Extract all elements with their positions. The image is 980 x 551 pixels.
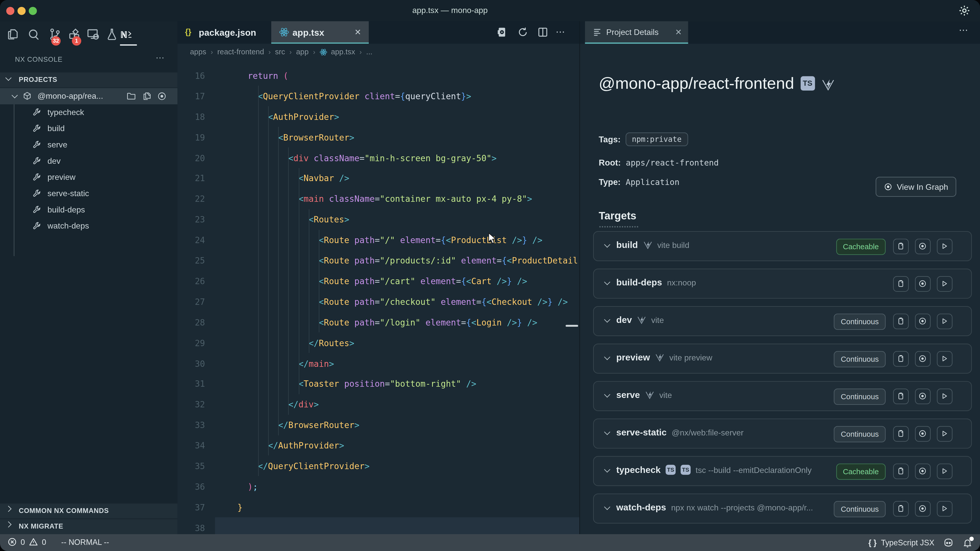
- panel-more-icon[interactable]: ⋯: [959, 24, 969, 36]
- nx-console-icon[interactable]: [120, 27, 134, 41]
- tree-item-build[interactable]: build: [0, 121, 178, 137]
- run-target-button[interactable]: [937, 501, 953, 516]
- target-name[interactable]: preview: [616, 352, 650, 362]
- refresh-icon[interactable]: [517, 26, 529, 41]
- copilot-icon[interactable]: [943, 537, 954, 548]
- copy-task-button[interactable]: [893, 464, 909, 479]
- focus-target-button[interactable]: [915, 501, 931, 516]
- copy-task-button[interactable]: [893, 426, 909, 441]
- editor-more-actions-icon[interactable]: ⋯: [555, 26, 566, 38]
- focus-target-button[interactable]: [915, 239, 931, 254]
- target-icon[interactable]: [157, 91, 167, 101]
- extensions-icon[interactable]: 1: [67, 27, 81, 41]
- chevron-down-icon[interactable]: [604, 241, 610, 248]
- scrollbar-marker[interactable]: [566, 325, 578, 327]
- test-beaker-icon[interactable]: [105, 27, 119, 41]
- code-line-32: 32 </div>: [178, 394, 579, 415]
- copy-task-button[interactable]: [893, 239, 909, 254]
- sidebar-more-icon[interactable]: ⋯: [156, 52, 165, 62]
- focus-target-button[interactable]: [915, 389, 931, 404]
- typescript-icon: TS: [666, 465, 676, 475]
- errors-count[interactable]: 0: [21, 537, 25, 546]
- focus-target-button[interactable]: [915, 351, 931, 367]
- target-name[interactable]: build-deps: [616, 277, 662, 287]
- focus-target-button[interactable]: [915, 464, 931, 479]
- breadcrumb[interactable]: apps›react-frontend›src›app› app.tsx›...: [178, 44, 579, 60]
- focus-target-button[interactable]: [915, 426, 931, 441]
- code-editor[interactable]: 15export function App() {16 return (17 <…: [178, 60, 579, 534]
- chevron-down-icon[interactable]: [604, 504, 610, 510]
- target-name[interactable]: dev: [616, 315, 632, 325]
- nx-migrate-section[interactable]: NX MIGRATE: [0, 519, 178, 534]
- focus-target-button[interactable]: [915, 313, 931, 329]
- tree-item-serve[interactable]: serve: [0, 137, 178, 153]
- run-target-button[interactable]: [937, 426, 953, 441]
- selected-project-row[interactable]: @mono-app/rea...: [0, 88, 178, 104]
- tree-item-typecheck[interactable]: typecheck: [0, 104, 178, 121]
- code-line-22: 22 <main className="container mx-auto px…: [178, 189, 579, 209]
- warnings-icon[interactable]: [29, 537, 38, 547]
- source-control-icon[interactable]: 32: [48, 27, 62, 41]
- chevron-down-icon[interactable]: [604, 279, 610, 285]
- common-nx-commands-section[interactable]: COMMON NX COMMANDS: [0, 503, 178, 519]
- vim-mode-indicator[interactable]: -- NORMAL --: [61, 537, 109, 546]
- run-target-button[interactable]: [937, 464, 953, 479]
- breadcrumb-item[interactable]: src: [275, 48, 285, 56]
- tree-item-preview[interactable]: preview: [0, 169, 178, 186]
- tree-item-build-deps[interactable]: build-deps: [0, 202, 178, 218]
- copy-file-icon[interactable]: [142, 91, 152, 101]
- focus-target-button[interactable]: [915, 276, 931, 292]
- breadcrumb-item[interactable]: react-frontend: [218, 48, 264, 56]
- projects-section-header[interactable]: PROJECTS: [0, 73, 178, 87]
- chevron-down-icon[interactable]: [604, 354, 610, 360]
- folder-icon[interactable]: [126, 91, 136, 101]
- breadcrumb-item[interactable]: ...: [366, 48, 372, 56]
- run-target-button[interactable]: [937, 389, 953, 404]
- search-icon[interactable]: [27, 27, 41, 41]
- explorer-icon[interactable]: [6, 27, 20, 41]
- target-name[interactable]: serve-static: [616, 427, 667, 437]
- copy-task-button[interactable]: [893, 389, 909, 404]
- split-editor-icon[interactable]: [537, 26, 549, 41]
- chevron-down-icon[interactable]: [604, 466, 610, 472]
- errors-icon[interactable]: [7, 537, 17, 547]
- run-target-button[interactable]: [937, 313, 953, 329]
- target-name[interactable]: build: [616, 240, 638, 250]
- target-card-serve-static: serve-static@nx/web:file-serverContinuou…: [593, 419, 972, 449]
- tab-app-tsx[interactable]: app.tsx ✕: [271, 21, 369, 44]
- notifications-bell-icon[interactable]: [963, 537, 972, 548]
- close-tab-icon[interactable]: ✕: [355, 27, 361, 37]
- warnings-count[interactable]: 0: [42, 537, 46, 546]
- copy-task-button[interactable]: [893, 313, 909, 329]
- chevron-down-icon[interactable]: [604, 317, 610, 323]
- tree-item-serve-static[interactable]: serve-static: [0, 186, 178, 202]
- run-project-button[interactable]: [496, 26, 508, 41]
- tree-item-dev[interactable]: dev: [0, 153, 178, 169]
- view-in-graph-button[interactable]: View In Graph: [876, 177, 956, 197]
- breadcrumb-item[interactable]: apps: [190, 48, 206, 56]
- target-name[interactable]: watch-deps: [616, 502, 666, 512]
- run-target-button[interactable]: [937, 276, 953, 292]
- tree-item-watch-deps[interactable]: watch-deps: [0, 218, 178, 234]
- copy-task-button[interactable]: [893, 276, 909, 292]
- target-name[interactable]: serve: [616, 390, 640, 400]
- line-number: 33: [178, 420, 215, 430]
- tab-package-json[interactable]: {} package.json: [178, 21, 271, 44]
- remote-explorer-icon[interactable]: [86, 27, 100, 41]
- run-target-button[interactable]: [937, 239, 953, 254]
- settings-gear-icon[interactable]: [958, 4, 970, 17]
- package-cube-icon: [22, 91, 32, 101]
- tab-project-details[interactable]: Project Details ✕: [585, 21, 688, 44]
- target-name[interactable]: typecheck: [616, 465, 661, 475]
- breadcrumb-item[interactable]: app: [296, 48, 309, 56]
- run-target-button[interactable]: [937, 351, 953, 367]
- chevron-down-icon[interactable]: [604, 429, 610, 435]
- copy-task-button[interactable]: [893, 351, 909, 367]
- copy-task-button[interactable]: [893, 501, 909, 516]
- breadcrumb-item[interactable]: app.tsx: [320, 48, 355, 56]
- close-panel-tab-icon[interactable]: ✕: [675, 27, 682, 37]
- panel-tab-strip: Project Details ✕ ⋯: [580, 21, 980, 44]
- chevron-down-icon[interactable]: [604, 391, 610, 397]
- language-mode[interactable]: { } TypeScript JSX: [868, 538, 934, 547]
- wrench-icon: [32, 156, 42, 165]
